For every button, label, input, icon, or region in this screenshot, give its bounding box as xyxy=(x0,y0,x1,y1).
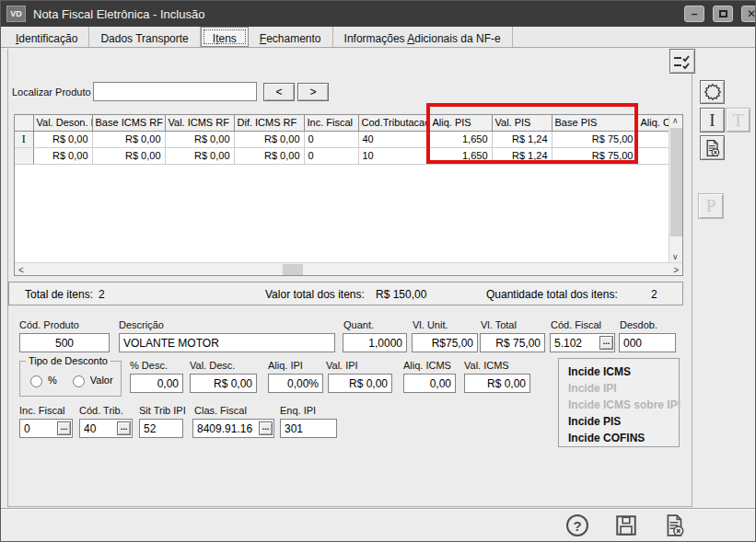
cell-aliq-pis[interactable]: 1,650 xyxy=(429,147,492,164)
cell[interactable]: R$ 0,00 xyxy=(33,131,92,147)
col-selector[interactable] xyxy=(15,115,33,131)
cell[interactable]: 0 xyxy=(304,131,358,147)
quantidade-total-label: Quantidade total dos itens: xyxy=(486,288,618,301)
cell[interactable]: R$ 0,00 xyxy=(165,147,234,164)
total-itens-label: Total de itens: xyxy=(25,288,93,301)
col-aliq-pis[interactable]: Aliq. PIS xyxy=(429,115,492,131)
cod-trib-field[interactable]: 40 ... xyxy=(79,419,133,438)
tab-informacoes-adicionais[interactable]: Informações Adicionais da NF-e xyxy=(333,27,513,47)
cell-val-pis[interactable]: R$ 1,24 xyxy=(492,131,552,147)
aliq-ipi-field[interactable] xyxy=(268,374,323,393)
perc-desc-field[interactable] xyxy=(130,374,183,393)
tab-fechamento[interactable]: Fechamento xyxy=(249,27,333,47)
grid-vertical-scrollbar[interactable]: ∧ ∨ xyxy=(669,115,682,263)
cod-produto-field[interactable] xyxy=(19,333,110,352)
vl-total-label: Vl. Total xyxy=(481,319,517,330)
cell-aliq-pis[interactable]: 1,650 xyxy=(429,131,492,147)
enq-ipi-label: Enq. IPI xyxy=(280,405,316,416)
desdob-field[interactable] xyxy=(619,333,676,352)
val-desc-field[interactable] xyxy=(190,374,257,393)
cell[interactable] xyxy=(637,147,669,164)
clas-fiscal-field[interactable]: 8409.91.16 ... xyxy=(192,419,274,438)
desconto-percent-radio[interactable]: % xyxy=(26,373,57,387)
next-item-button[interactable]: > xyxy=(297,83,329,101)
cell[interactable]: R$ 0,00 xyxy=(165,131,234,147)
italic-button[interactable]: I xyxy=(700,108,725,133)
col-val-icms-rf[interactable]: Val. ICMS RF xyxy=(165,115,234,131)
col-val-deson-icms[interactable]: Val. Deson. IC xyxy=(33,115,92,131)
cell[interactable]: R$ 0,00 xyxy=(234,147,304,164)
cod-fiscal-lookup-button[interactable]: ... xyxy=(599,336,613,350)
cell[interactable]: R$ 0,00 xyxy=(234,131,304,147)
clas-fiscal-value: 8409.91.16 xyxy=(193,422,259,435)
row-indicator[interactable] xyxy=(15,147,33,164)
vertical-scroll-thumb[interactable] xyxy=(670,128,682,236)
quant-field[interactable] xyxy=(343,333,407,352)
cell[interactable]: R$ 0,00 xyxy=(92,131,165,147)
scroll-left-icon[interactable]: < xyxy=(18,266,24,275)
inc-fiscal-field[interactable]: 0 ... xyxy=(19,419,73,438)
help-button[interactable]: ? xyxy=(564,513,590,538)
delete-item-button[interactable] xyxy=(700,135,725,160)
tab-identificacao[interactable]: Identificação xyxy=(5,27,89,47)
vl-unit-field[interactable] xyxy=(412,333,478,352)
cod-trib-lookup-button[interactable]: ... xyxy=(117,421,131,435)
tab-itens[interactable]: Itens xyxy=(201,27,249,47)
minimize-button[interactable]: – xyxy=(684,6,704,22)
maximize-button[interactable] xyxy=(713,6,733,22)
clas-fiscal-lookup-button[interactable]: ... xyxy=(259,421,273,435)
localizar-produto-input[interactable] xyxy=(93,82,257,101)
cell[interactable]: R$ 0,00 xyxy=(92,147,165,164)
col-base-icms-rf[interactable]: Base ICMS RF xyxy=(92,115,165,131)
scroll-right-icon[interactable]: > xyxy=(673,266,679,275)
cell[interactable]: R$ 0,00 xyxy=(33,147,92,164)
incide-cofins: Incide COFINS xyxy=(568,430,679,446)
table-row[interactable]: I R$ 0,00 R$ 0,00 R$ 0,00 R$ 0,00 0 40 1… xyxy=(15,131,669,147)
val-icms-field[interactable] xyxy=(464,374,530,393)
col-dif-icms-rf[interactable]: Dif. ICMS RF xyxy=(234,115,304,131)
cell[interactable]: 0 xyxy=(304,147,358,164)
col-aliq-cofins[interactable]: Aliq. C xyxy=(637,115,669,131)
cell-val-pis[interactable]: R$ 1,24 xyxy=(492,147,552,164)
cell-base-pis[interactable]: R$ 75,00 xyxy=(552,131,637,147)
cell[interactable]: 10 xyxy=(358,147,429,164)
col-val-pis[interactable]: Val. PIS xyxy=(492,115,552,131)
vl-total-field[interactable] xyxy=(480,333,545,352)
close-button[interactable]: ✕ xyxy=(741,6,756,22)
valor-radio-input[interactable] xyxy=(73,375,85,387)
cod-fiscal-field[interactable]: 5.102 ... xyxy=(550,333,615,352)
cell[interactable]: 40 xyxy=(358,131,429,147)
save-button[interactable] xyxy=(613,513,639,538)
sit-trib-ipi-field[interactable] xyxy=(139,419,183,438)
enq-ipi-field[interactable] xyxy=(280,419,337,438)
percent-radio-input[interactable] xyxy=(30,375,42,387)
row-indicator[interactable]: I xyxy=(15,131,33,147)
cod-fiscal-value: 5.102 xyxy=(551,337,599,350)
seal-button[interactable] xyxy=(700,80,725,104)
valor-radio-label: Valor xyxy=(90,375,113,386)
previous-item-button[interactable]: < xyxy=(263,83,295,101)
grid-horizontal-scrollbar[interactable]: < > xyxy=(15,262,682,275)
col-base-pis[interactable]: Base PIS xyxy=(552,115,637,131)
tab-dados-transporte[interactable]: Dados Transporte xyxy=(89,27,200,47)
help-icon: ? xyxy=(566,514,588,536)
cell-base-pis[interactable]: R$ 75,00 xyxy=(552,147,637,164)
cell[interactable] xyxy=(637,131,669,147)
aliq-icms-field[interactable] xyxy=(403,374,456,393)
perc-desc-label: % Desc. xyxy=(130,360,168,371)
horizontal-scroll-thumb[interactable] xyxy=(283,264,303,275)
text-button-disabled: T xyxy=(726,108,750,133)
table-row[interactable]: R$ 0,00 R$ 0,00 R$ 0,00 R$ 0,00 0 10 1,6… xyxy=(15,147,669,164)
checklist-button[interactable] xyxy=(669,49,695,74)
val-ipi-field[interactable] xyxy=(328,374,392,393)
col-cod-tributacao[interactable]: Cod.Tributacao xyxy=(358,115,429,131)
document-x-icon xyxy=(704,139,722,157)
inc-fiscal-lookup-button[interactable]: ... xyxy=(57,421,71,435)
desconto-valor-radio[interactable]: Valor xyxy=(68,373,113,387)
scroll-down-icon[interactable]: ∨ xyxy=(672,253,679,261)
tab-strip: Identificação Dados Transporte Itens Fec… xyxy=(1,27,756,48)
descricao-field[interactable] xyxy=(119,333,335,352)
scroll-up-icon[interactable]: ∧ xyxy=(672,117,679,125)
cancel-button[interactable] xyxy=(662,513,688,538)
col-inc-fiscal[interactable]: Inc. Fiscal xyxy=(304,115,358,131)
